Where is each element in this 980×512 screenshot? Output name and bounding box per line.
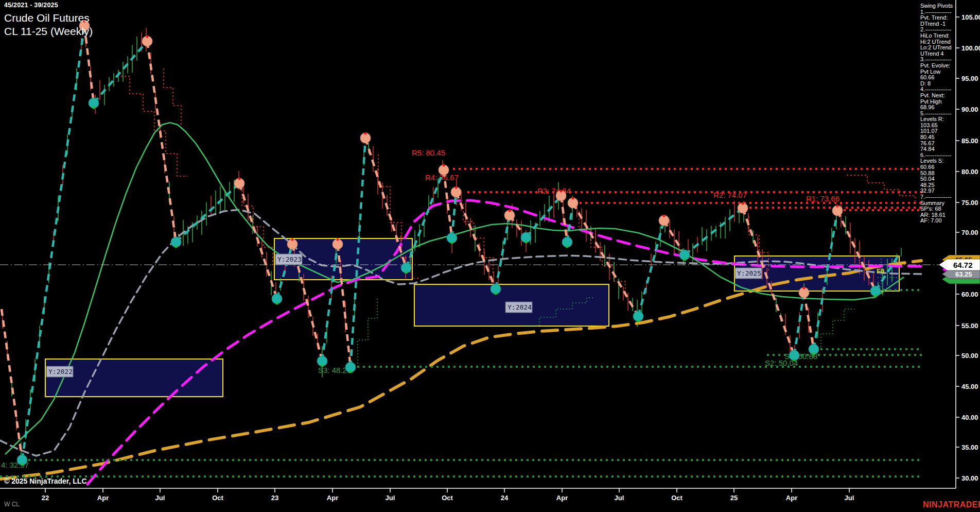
last-price-tag-label: 64.72 xyxy=(953,261,973,269)
date-range-label: 45/2021 - 39/2025 xyxy=(4,2,93,9)
swing-leg-up xyxy=(452,192,456,238)
time-tick-label: Jul xyxy=(615,494,624,502)
gray-ma-tag-label: 63.25 xyxy=(955,270,972,278)
pivot-high-tick-icon xyxy=(238,178,241,180)
price-tick-label: 100.00 xyxy=(961,44,980,52)
price-tick-label: 95.00 xyxy=(961,75,978,82)
year-chip-label: Y:2023 xyxy=(277,255,302,263)
pivot-high-tick-icon xyxy=(443,164,445,167)
pivot-high-tick-icon xyxy=(742,202,744,205)
price-tick-label: 55.00 xyxy=(961,322,978,330)
pivot-low-tick-icon xyxy=(175,246,178,248)
swing-pivots-panel: Swing Pivots1.--------------Pvt. Trend:D… xyxy=(920,3,956,224)
pivot-high-tick-icon xyxy=(509,210,511,212)
panel-line: 7.-------------- xyxy=(920,194,956,200)
instrument-title: Crude Oil Futures xyxy=(4,12,93,24)
time-tick-label: Jul xyxy=(386,494,395,502)
price-tick-label: 30.00 xyxy=(961,474,978,482)
swing-leg-down xyxy=(561,196,567,242)
panel-line: AF: 7.00 xyxy=(920,218,956,224)
panel-line: 80.45 xyxy=(920,134,956,141)
time-tick-label: 22 xyxy=(42,494,49,502)
time-tick-label: Apr xyxy=(327,494,338,502)
pivot-high-tick-icon xyxy=(146,36,149,38)
panel-line: 60.66 xyxy=(920,75,956,81)
price-tick-label: 90.00 xyxy=(961,106,978,113)
pivot-low-tick-icon xyxy=(93,107,95,109)
contract-title: CL 11-25 (Weekly) xyxy=(4,25,93,38)
pivot-markers xyxy=(17,20,881,466)
time-tick-label: Apr xyxy=(786,494,797,502)
time-tick-label: Oct xyxy=(442,494,453,502)
pivot-low-tick-icon xyxy=(276,302,278,305)
pivot-low-tick-icon xyxy=(637,320,640,322)
pivot-low-tick-icon xyxy=(495,293,497,295)
panel-line: Swing Pivots xyxy=(920,3,956,9)
year-box[interactable] xyxy=(45,359,223,397)
price-tick-label: 60.00 xyxy=(961,291,978,298)
price-tick-label: 80.00 xyxy=(961,168,978,176)
panel-line: Lo:2 UTrend xyxy=(920,45,956,51)
panel-line: HiLo Trend: xyxy=(920,33,956,39)
pivot-high-tick-icon xyxy=(337,238,339,241)
pivot-high-tick-icon xyxy=(803,287,806,289)
pivot-low-tick-icon xyxy=(525,241,528,244)
swing-leg-down xyxy=(804,293,814,349)
pivot-low-tick-icon xyxy=(405,271,408,274)
chart-header: 45/2021 - 39/2025 Crude Oil Futures CL 1… xyxy=(4,2,93,38)
ma-gray xyxy=(0,210,921,456)
resistance-label-R5: R5: 80.45 xyxy=(412,148,445,157)
swing-leg-up xyxy=(176,183,239,242)
pivot-high-tick-icon xyxy=(364,132,367,135)
axes: 105.00100.0095.0090.0085.0080.0075.0070.… xyxy=(0,0,980,502)
price-bars xyxy=(3,28,901,464)
pivot-low-tick-icon xyxy=(813,353,815,355)
time-tick-label: Oct xyxy=(212,494,223,502)
pivot-low-tick-icon xyxy=(451,242,453,244)
price-tags: 65.6564.0763.2564.72 xyxy=(939,255,980,284)
price-tick-label: 105.00 xyxy=(961,13,980,21)
time-tick-label: Apr xyxy=(97,494,109,502)
pivot-low-tick-icon xyxy=(684,259,686,261)
time-tick-label: 24 xyxy=(501,494,509,502)
year-chip-label: Y:2022 xyxy=(48,368,73,376)
pivot-low-tick-icon xyxy=(321,365,324,367)
time-tick-label: Jul xyxy=(155,494,165,502)
pivot-high-tick-icon xyxy=(663,215,666,217)
pivot-high-tick-icon xyxy=(572,197,574,200)
instrument-tag: W CL xyxy=(4,501,20,508)
price-tick-label: 40.00 xyxy=(961,414,978,421)
price-tick-label: 50.00 xyxy=(961,352,978,360)
resistance-label-R2: R2: 74.07 xyxy=(713,191,747,199)
stop-step-red xyxy=(164,69,181,125)
stop-step-green xyxy=(821,309,854,347)
pivot-low-tick-icon xyxy=(349,371,352,373)
price-tick-label: 45.00 xyxy=(961,383,978,390)
stop-step-green xyxy=(358,299,377,364)
swing-leg-down xyxy=(147,41,176,242)
pivot-high-tick-icon xyxy=(836,205,839,208)
price-tick-label: 35.00 xyxy=(961,443,978,451)
panel-line: 60.66 xyxy=(920,164,956,170)
panel-line: 68.96 xyxy=(920,105,956,111)
stop-step-red xyxy=(847,175,915,201)
year-boxes xyxy=(45,238,899,397)
time-tick-label: 23 xyxy=(271,494,278,502)
time-tick-label: Jul xyxy=(845,494,854,502)
time-tick-label: Apr xyxy=(556,494,568,502)
fib-zero-label: F0 xyxy=(877,267,884,275)
time-tick-label: Oct xyxy=(671,494,682,502)
pivot-low-tick-icon xyxy=(793,359,796,362)
resistance-label-R1: R1: 73.66 xyxy=(806,194,839,203)
time-tick-label: 25 xyxy=(730,494,738,502)
swing-leg-down xyxy=(239,183,277,299)
price-tick-label: 75.00 xyxy=(961,199,978,207)
swing-leg-up xyxy=(526,196,561,237)
swing-leg-up xyxy=(94,41,147,103)
pivot-low-tick-icon xyxy=(874,295,877,297)
pivot-high-tick-icon xyxy=(455,186,458,189)
stop-step-red xyxy=(117,76,187,176)
swing-leg-up xyxy=(638,220,664,316)
chart-canvas[interactable]: R5: 80.45R4: 76.67R3: 74.84R2: 74.07R1: … xyxy=(0,0,980,512)
pivot-low-tick-icon xyxy=(566,246,569,248)
